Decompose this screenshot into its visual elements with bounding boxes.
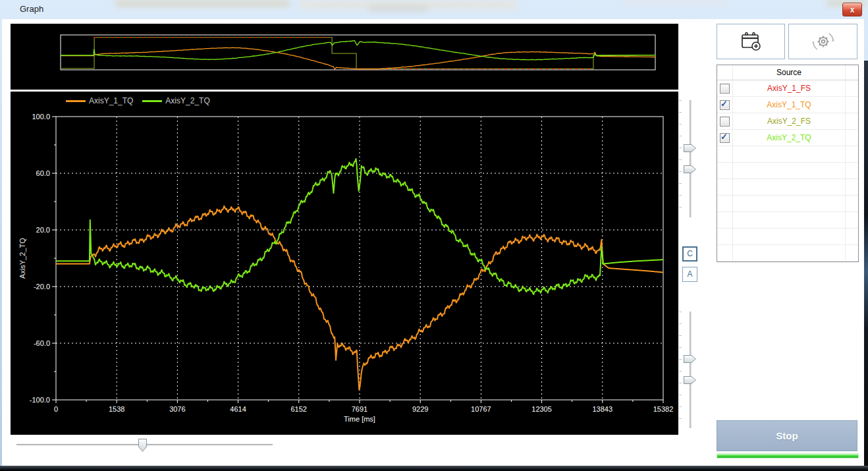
source-table: Source AxisY_1_FS✓AxisY_1_TQAxisY_2_FS✓A… — [717, 65, 859, 262]
x-tick-label: 15382 — [653, 405, 674, 413]
y-tick-label: 100.0 — [32, 113, 50, 121]
series-AxisY_2_TQ — [56, 159, 663, 294]
x-tick-label: 10767 — [471, 405, 491, 413]
y-tick-label: 20.0 — [36, 226, 50, 234]
stop-button[interactable]: Stop — [717, 420, 857, 451]
source-label: AxisY_1_TQ — [767, 100, 811, 109]
source-row[interactable]: AxisY_2_FS — [717, 113, 858, 130]
slider-tick-marks — [679, 100, 682, 217]
y-tick-label: 60.0 — [36, 169, 50, 177]
window-edge-bottom — [0, 466, 868, 471]
source-label: AxisY_2_FS — [767, 117, 811, 126]
check-icon: ✓ — [720, 99, 728, 109]
x-axis-title: Time [ms] — [344, 415, 375, 423]
legend-label: AxisY_2_TQ — [165, 96, 209, 105]
y-slider-top-track[interactable] — [690, 100, 692, 217]
source-label: AxisY_2_TQ — [767, 133, 811, 142]
source-row[interactable]: ✓AxisY_1_TQ — [717, 97, 858, 113]
source-label: AxisY_1_FS — [767, 84, 811, 93]
source-empty-row[interactable] — [717, 212, 858, 229]
window-title: Graph — [20, 4, 43, 14]
legend-item: AxisY_1_TQ — [66, 96, 133, 105]
main-chart-canvas[interactable]: 0153830764614615276919229107671230513843… — [11, 92, 678, 435]
x-tick-label: 6152 — [291, 405, 307, 413]
source-checkbox[interactable]: ✓ — [720, 133, 730, 143]
y-slider-bottom-track[interactable] — [690, 312, 692, 428]
overview-series-AxisY_2_TQ — [61, 41, 655, 60]
overview-chart-panel — [11, 24, 678, 90]
slider-tick-marks — [679, 312, 682, 428]
source-empty-row[interactable] — [717, 163, 858, 179]
add-source-button[interactable] — [717, 24, 785, 59]
window-edge-right — [864, 61, 868, 466]
source-empty-row[interactable] — [717, 245, 858, 262]
overview-chart-canvas[interactable] — [11, 24, 678, 90]
x-tick-label: 13843 — [592, 405, 612, 413]
source-empty-row[interactable] — [717, 229, 858, 245]
source-empty-row[interactable] — [717, 146, 858, 163]
y-slider-top-thumb-1[interactable] — [684, 144, 696, 152]
source-table-header-row: Source — [717, 65, 858, 80]
y-slider-bottom-thumb-1[interactable] — [684, 355, 696, 363]
source-checkbox[interactable]: ✓ — [720, 100, 730, 110]
gear-sync-icon — [809, 30, 838, 53]
source-row[interactable]: ✓AxisY_2_TQ — [717, 130, 858, 146]
check-icon: ✓ — [720, 132, 728, 142]
legend-swatch — [142, 100, 162, 102]
source-checkbox[interactable] — [720, 84, 730, 94]
y-slider-top-thumb-2[interactable] — [684, 165, 696, 173]
y-tick-label: -60.0 — [34, 339, 50, 347]
chart-legend: AxisY_1_TQAxisY_2_TQ — [66, 95, 210, 107]
close-icon: x — [850, 5, 855, 14]
legend-item: AxisY_2_TQ — [133, 96, 209, 105]
legend-label: AxisY_1_TQ — [89, 96, 133, 105]
x-tick-label: 9229 — [412, 405, 428, 413]
y-tick-label: -100.0 — [30, 396, 50, 404]
x-tick-label: 1538 — [109, 405, 124, 413]
source-empty-row[interactable] — [717, 179, 858, 196]
calendar-plus-icon — [738, 31, 763, 52]
client-area: AxisY_1_TQAxisY_2_TQ 0153830764614615276… — [2, 19, 864, 466]
plot-border — [56, 117, 663, 400]
x-tick-label: 12305 — [531, 405, 552, 413]
glass-reflection — [369, 5, 428, 12]
c-button[interactable]: C — [682, 246, 697, 262]
source-column-header: Source — [733, 65, 845, 80]
main-chart-panel: AxisY_1_TQAxisY_2_TQ 0153830764614615276… — [11, 92, 678, 435]
glass-reflection — [115, 0, 290, 7]
a-button[interactable]: A — [682, 267, 697, 282]
x-tick-label: 0 — [54, 405, 58, 413]
source-empty-row[interactable] — [717, 196, 858, 212]
y-tick-label: -20.0 — [34, 283, 50, 291]
graph-window: Graph x AxisY_1_TQAxisY_2_TQ 01538307646… — [0, 0, 868, 471]
source-checkbox[interactable] — [720, 117, 730, 126]
x-tick-label: 3076 — [169, 405, 185, 413]
y-axis-title: AxisY_2_TQ — [18, 238, 26, 279]
source-row[interactable]: AxisY_1_FS — [717, 80, 858, 97]
glass-reflection — [622, 0, 728, 5]
progress-bar — [717, 453, 859, 458]
title-bar[interactable]: Graph x — [0, 0, 868, 19]
x-tick-label: 7691 — [352, 405, 367, 413]
legend-swatch — [66, 100, 86, 102]
time-slider-thumb[interactable] — [138, 439, 147, 452]
y-slider-bottom-thumb-2[interactable] — [684, 376, 696, 384]
settings-button[interactable] — [788, 24, 857, 59]
close-button[interactable]: x — [842, 3, 862, 16]
x-tick-label: 4614 — [230, 405, 246, 413]
